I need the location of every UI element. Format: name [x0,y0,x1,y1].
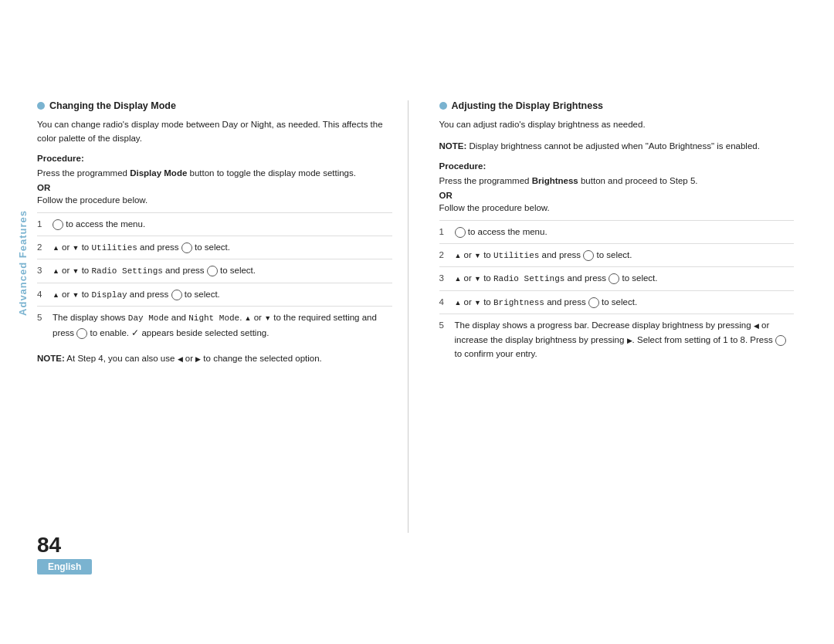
left-display-mode-bold: Display Mode [130,168,187,178]
mono-nightmode: Night Mode [188,314,239,323]
right-follow: Follow the procedure below. [439,203,795,212]
mono-daymode: Day Mode [128,314,169,323]
r-nav-down-3 [474,273,481,283]
nav-left-icon-note [178,354,183,363]
r-mono-utilities-2: Utilities [493,251,539,260]
table-row: 2 or to Utilities and press to select. [37,236,392,259]
left-description: You can change radio's display mode betw… [37,117,392,146]
language-badge: English [37,559,92,575]
left-note-label: NOTE: [37,354,65,363]
right-brightness-bold: Brightness [532,176,578,185]
left-follow: Follow the procedure below. [37,195,392,205]
r-ok-icon-1 [455,227,466,238]
table-row: 3 or to Radio Settings and press to sele… [37,259,392,283]
nav-right-icon-note [195,354,201,363]
r-step-number-4: 4 [439,295,449,309]
right-description: You can adjust radio's display brightnes… [439,117,795,131]
sidebar-label: Advanced Features [14,139,31,386]
r-step-content-1: to access the menu. [455,225,795,239]
table-row: 1 to access the menu. [37,212,392,235]
ok-icon-2 [181,242,192,253]
r-nav-up-3 [455,273,462,283]
right-procedure-label: Procedure: [439,161,795,171]
page-container: Advanced Features Changing the Display M… [0,0,834,644]
right-or: OR [439,191,795,200]
right-heading-text: Adjusting the Display Brightness [452,100,604,111]
right-section-heading: Adjusting the Display Brightness [439,100,795,111]
step-content-4: or to Display and press to select. [53,287,392,303]
table-row: 4 or to Display and press to select. [37,283,392,307]
mono-display-4: Display [91,290,127,300]
step-content-1: to access the menu. [53,217,392,231]
r-ok-icon-3 [609,273,619,284]
right-note-top: NOTE: Display brightness cannot be adjus… [439,139,795,153]
main-content: Changing the Display Mode You can change… [37,100,794,533]
bottom-area: 84 English [37,533,130,575]
table-row: 5 The display shows a progress bar. Decr… [439,314,795,364]
r-nav-up-2 [455,250,462,259]
r-nav-up-4 [455,297,462,307]
left-procedure-label: Procedure: [37,154,392,163]
r-nav-down-4 [474,297,481,307]
table-row: 2 or to Utilities and press to select. [439,243,795,267]
nav-up-icon-3 [53,266,59,275]
step-number-3: 3 [37,263,46,277]
r-nav-left-5 [754,320,759,330]
table-row: 1 to access the menu. [439,220,795,242]
right-column: Adjusting the Display Brightness You can… [439,100,795,533]
nav-up-icon-4 [53,290,59,299]
step-number-2: 2 [37,240,46,254]
right-steps-list: 1 to access the menu. 2 or to Utilities … [439,220,795,364]
r-mono-brightness-4: Brightness [493,298,544,307]
table-row: 3 or to Radio Settings and press to sele… [439,266,795,290]
ok-icon-1 [53,219,63,230]
ok-icon-4 [171,290,182,300]
r-mono-radiosettings-3: Radio Settings [493,274,564,283]
left-or: OR [37,183,392,192]
r-step-content-5: The display shows a progress bar. Decrea… [455,318,795,361]
nav-down-icon-2 [73,242,80,252]
r-step-number-3: 3 [439,271,449,285]
mono-utilities-2: Utilities [91,243,137,253]
r-step-content-3: or to Radio Settings and press to select… [455,271,795,286]
left-section-heading: Changing the Display Mode [37,100,392,111]
r-ok-icon-5 [775,335,786,346]
left-note: NOTE: At Step 4, you can also use or to … [37,351,392,365]
r-ok-icon-2 [583,250,594,261]
step-number-1: 1 [37,217,46,231]
r-step-number-2: 2 [439,248,449,262]
step-content-3: or to Radio Settings and press to select… [53,263,392,279]
left-procedure-text: Press the programmed Display Mode button… [37,166,392,180]
left-heading-text: Changing the Display Mode [49,100,176,111]
mono-radiosettings-3: Radio Settings [91,266,162,276]
page-number: 84 [37,533,130,558]
r-nav-right-5 [627,335,632,344]
left-heading-icon [37,102,45,110]
table-row: 5 The display shows Day Mode and Night M… [37,306,392,344]
checkmark-icon [131,328,139,337]
step-content-5: The display shows Day Mode and Night Mod… [53,310,392,340]
left-note-text: At Step 4, you can also use or to change… [66,354,321,363]
step-number-5: 5 [37,310,46,324]
ok-icon-3 [207,266,218,276]
sidebar-text: Advanced Features [17,210,29,316]
right-heading-icon [439,102,447,110]
right-note-top-label: NOTE: [439,141,467,151]
r-step-content-2: or to Utilities and press to select. [455,248,795,263]
nav-down-icon-5 [264,313,271,322]
r-step-content-4: or to Brightness and press to select. [455,295,795,310]
nav-up-icon-2 [53,242,59,252]
nav-up-icon-5 [245,313,252,322]
left-steps-list: 1 to access the menu. 2 or to Utilities … [37,212,392,344]
ok-icon-5 [76,328,87,339]
nav-down-icon-3 [73,266,80,275]
left-column: Changing the Display Mode You can change… [37,100,409,533]
right-procedure-text: Press the programmed Brightness button a… [439,174,795,188]
step-content-2: or to Utilities and press to select. [53,240,392,256]
r-ok-icon-4 [588,297,599,308]
r-nav-down-2 [474,250,481,259]
step-number-4: 4 [37,287,46,301]
nav-down-icon-4 [73,290,80,299]
table-row: 4 or to Brightness and press to select. [439,290,795,314]
right-note-top-text: Display brightness cannot be adjusted wh… [469,141,759,151]
